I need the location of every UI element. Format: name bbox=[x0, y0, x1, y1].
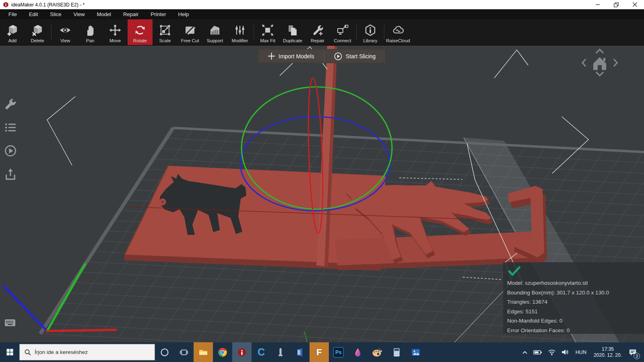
taskbar-app-cortana[interactable] bbox=[155, 342, 174, 362]
taskbar-app-paint3d[interactable] bbox=[348, 342, 367, 362]
settings-wrench-icon[interactable] bbox=[4, 98, 17, 111]
duplicate-button[interactable]: Duplicate bbox=[280, 19, 305, 45]
file-explorer-icon bbox=[198, 348, 208, 357]
axis-x-red bbox=[47, 330, 116, 331]
scale-button[interactable]: Scale bbox=[153, 19, 178, 45]
side-toolbar bbox=[4, 98, 17, 181]
taskbar-app-fusion[interactable]: F bbox=[310, 342, 329, 362]
move-button[interactable]: Move bbox=[103, 19, 128, 45]
paint-3d-icon bbox=[353, 348, 363, 357]
max-fit-button[interactable]: Max Fit bbox=[255, 19, 280, 45]
menu-file[interactable]: File bbox=[2, 9, 23, 19]
volume-icon[interactable] bbox=[559, 342, 572, 362]
repair-button[interactable]: Repair bbox=[305, 19, 330, 45]
tray-expand-button[interactable] bbox=[519, 342, 530, 362]
notification-badge: 3 bbox=[634, 353, 640, 359]
action-center-button[interactable]: 3 bbox=[625, 342, 642, 362]
menu-bar: File Edit Slice View Model Repair Printe… bbox=[0, 9, 644, 19]
window-title: ideaMaker 4.0.1 (RAISE3D E2) - * bbox=[11, 2, 85, 8]
menu-repair[interactable]: Repair bbox=[117, 9, 144, 19]
nav-up-arrow[interactable] bbox=[596, 49, 603, 53]
model-name: Model: szuperhososkonyvtarto.stl bbox=[507, 278, 644, 288]
paint-palette-icon bbox=[372, 347, 382, 358]
menu-model[interactable]: Model bbox=[91, 9, 117, 19]
taskbar-app-ideamaker[interactable] bbox=[232, 342, 252, 362]
start-button[interactable] bbox=[0, 342, 19, 362]
toolbar-separator bbox=[356, 25, 357, 40]
library-hexagon-icon bbox=[364, 24, 376, 36]
language-indicator[interactable]: HUN bbox=[572, 350, 590, 355]
taskbar-app-office[interactable] bbox=[290, 342, 310, 362]
toolbar-separator bbox=[254, 25, 254, 40]
gray-utility-icon bbox=[276, 348, 285, 357]
add-button[interactable]: Add bbox=[0, 19, 25, 45]
max-fit-icon bbox=[262, 24, 274, 36]
menu-printer[interactable]: Printer bbox=[144, 9, 172, 19]
task-view-icon bbox=[180, 348, 188, 357]
menu-help[interactable]: Help bbox=[172, 9, 195, 19]
preview-play-icon[interactable] bbox=[4, 144, 17, 157]
taskbar-app-calculator[interactable] bbox=[387, 342, 406, 362]
plus-icon bbox=[268, 53, 275, 60]
nav-right-arrow[interactable] bbox=[614, 59, 617, 66]
view-button[interactable]: View bbox=[53, 19, 78, 45]
view-navigation bbox=[580, 46, 620, 82]
menu-edit[interactable]: Edit bbox=[23, 9, 44, 19]
taskbar-app-paint[interactable] bbox=[367, 342, 387, 362]
nav-down-arrow[interactable] bbox=[596, 72, 603, 76]
menu-slice[interactable]: Slice bbox=[44, 9, 67, 19]
modifier-sliders-icon bbox=[234, 24, 246, 36]
support-button[interactable]: Support bbox=[202, 19, 227, 45]
keyboard-icon bbox=[4, 318, 16, 328]
model-list-icon[interactable] bbox=[4, 121, 17, 134]
restore-button[interactable] bbox=[607, 0, 625, 9]
hand-icon bbox=[84, 24, 96, 36]
battery-icon[interactable] bbox=[530, 342, 545, 362]
action-bar: Import Models Start Slicing bbox=[258, 49, 386, 63]
ideamaker-window: ideaMaker 4.0.1 (RAISE3D E2) - * File Ed… bbox=[0, 0, 644, 362]
taskbar-app-photoshop[interactable]: Ps bbox=[329, 342, 348, 362]
menu-view[interactable]: View bbox=[68, 9, 91, 19]
eye-icon bbox=[59, 24, 71, 36]
raisecloud-button[interactable]: RaiseCloud bbox=[386, 19, 411, 45]
viewport-3d[interactable]: Import Models Start Slicing bbox=[0, 45, 644, 342]
start-slicing-button[interactable]: Start Slicing bbox=[324, 49, 386, 63]
search-input[interactable] bbox=[35, 349, 143, 355]
bounding-box: Bounding Box(mm): 301.7 x 120.0 x 130.0 bbox=[507, 288, 644, 298]
rotate-button[interactable]: Rotate bbox=[128, 19, 153, 45]
system-tray: HUN 17:35 2020. 12. 20. 3 bbox=[519, 342, 644, 362]
pan-button[interactable]: Pan bbox=[78, 19, 103, 45]
keyboard-shortcuts-button[interactable] bbox=[4, 318, 16, 328]
minimize-button[interactable] bbox=[588, 0, 607, 9]
add-cube-icon bbox=[6, 24, 19, 36]
fusion-icon: F bbox=[316, 348, 322, 357]
taskbar-search[interactable] bbox=[19, 344, 155, 360]
windows-taskbar: C F Ps bbox=[0, 342, 644, 362]
taskbar-app-file-explorer[interactable] bbox=[194, 342, 213, 362]
taskbar-app-chrome[interactable] bbox=[213, 342, 232, 362]
delete-button[interactable]: Delete bbox=[25, 19, 50, 45]
calculator-icon bbox=[392, 348, 401, 357]
repair-wrench-icon bbox=[312, 24, 324, 36]
clock-date: 2020. 12. 20. bbox=[594, 352, 622, 358]
close-button[interactable] bbox=[625, 0, 644, 9]
export-upload-icon[interactable] bbox=[4, 168, 17, 181]
import-models-button[interactable]: Import Models bbox=[258, 49, 324, 63]
nav-left-arrow[interactable] bbox=[582, 59, 586, 66]
raisecloud-icon bbox=[392, 24, 404, 36]
taskbar-app-utility[interactable] bbox=[271, 342, 290, 362]
taskbar-clock[interactable]: 17:35 2020. 12. 20. bbox=[590, 346, 625, 358]
connect-button[interactable]: Connect bbox=[330, 19, 355, 45]
main-toolbar: Add Delete View Pan Mo bbox=[0, 19, 644, 45]
axis-y-green bbox=[47, 264, 85, 331]
play-circle-icon bbox=[334, 52, 342, 60]
move-arrows-icon bbox=[109, 24, 121, 36]
taskbar-app-task-view[interactable] bbox=[174, 342, 194, 362]
taskbar-app-cura[interactable]: C bbox=[252, 342, 271, 362]
wifi-icon[interactable] bbox=[545, 342, 559, 362]
free-cut-button[interactable]: Free Cut bbox=[178, 19, 202, 45]
home-view-icon[interactable] bbox=[593, 57, 606, 70]
library-button[interactable]: Library bbox=[358, 19, 383, 45]
modifier-button[interactable]: Modifier bbox=[227, 19, 252, 45]
taskbar-app-media[interactable] bbox=[406, 342, 425, 362]
